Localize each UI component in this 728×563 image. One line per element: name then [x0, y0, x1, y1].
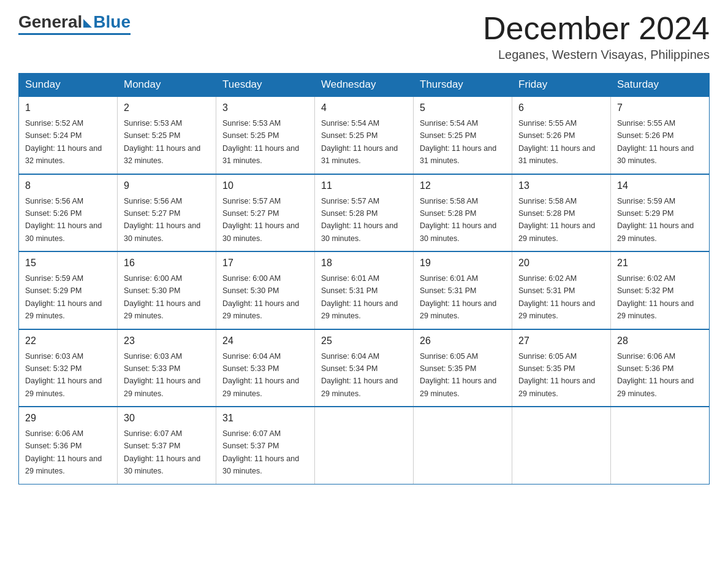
calendar-day-cell: 22 Sunrise: 6:03 AMSunset: 5:32 PMDaylig…	[19, 329, 118, 407]
day-info: Sunrise: 5:53 AMSunset: 5:25 PMDaylight:…	[222, 119, 299, 165]
day-number: 26	[420, 334, 506, 348]
calendar-table: SundayMondayTuesdayWednesdayThursdayFrid…	[18, 73, 710, 484]
calendar-day-cell: 23 Sunrise: 6:03 AMSunset: 5:33 PMDaylig…	[118, 329, 216, 407]
calendar-week-row: 29 Sunrise: 6:06 AMSunset: 5:36 PMDaylig…	[19, 407, 710, 484]
page-header: General Blue December 2024 Leganes, West…	[18, 12, 710, 62]
day-number: 17	[222, 256, 308, 270]
day-info: Sunrise: 5:55 AMSunset: 5:26 PMDaylight:…	[617, 119, 694, 165]
day-info: Sunrise: 6:03 AMSunset: 5:32 PMDaylight:…	[25, 352, 102, 398]
day-number: 19	[420, 256, 506, 270]
calendar-day-cell: 14 Sunrise: 5:59 AMSunset: 5:29 PMDaylig…	[611, 174, 710, 252]
calendar-day-cell: 8 Sunrise: 5:56 AMSunset: 5:26 PMDayligh…	[19, 174, 118, 252]
day-number: 20	[518, 256, 604, 270]
header-thursday: Thursday	[414, 74, 512, 97]
calendar-day-cell: 2 Sunrise: 5:53 AMSunset: 5:25 PMDayligh…	[118, 96, 216, 174]
day-info: Sunrise: 6:07 AMSunset: 5:37 PMDaylight:…	[124, 429, 200, 475]
day-info: Sunrise: 5:52 AMSunset: 5:24 PMDaylight:…	[25, 119, 102, 165]
day-info: Sunrise: 6:06 AMSunset: 5:36 PMDaylight:…	[617, 352, 694, 398]
day-number: 22	[25, 334, 111, 348]
day-number: 21	[617, 256, 703, 270]
location-text: Leganes, Western Visayas, Philippines	[483, 48, 710, 62]
day-info: Sunrise: 5:59 AMSunset: 5:29 PMDaylight:…	[617, 197, 694, 243]
calendar-header-row: SundayMondayTuesdayWednesdayThursdayFrid…	[19, 74, 710, 97]
day-number: 16	[124, 256, 210, 270]
day-number: 24	[222, 334, 308, 348]
day-number: 5	[420, 101, 506, 115]
day-number: 14	[617, 178, 703, 193]
day-number: 6	[518, 101, 604, 115]
day-info: Sunrise: 5:57 AMSunset: 5:27 PMDaylight:…	[222, 197, 299, 243]
day-info: Sunrise: 5:54 AMSunset: 5:25 PMDaylight:…	[420, 119, 496, 165]
calendar-day-cell	[512, 407, 611, 484]
day-info: Sunrise: 6:05 AMSunset: 5:35 PMDaylight:…	[518, 352, 595, 398]
day-info: Sunrise: 6:07 AMSunset: 5:37 PMDaylight:…	[222, 429, 299, 475]
day-number: 29	[25, 411, 111, 426]
calendar-week-row: 22 Sunrise: 6:03 AMSunset: 5:32 PMDaylig…	[19, 329, 710, 407]
day-info: Sunrise: 6:00 AMSunset: 5:30 PMDaylight:…	[124, 274, 200, 320]
day-info: Sunrise: 5:59 AMSunset: 5:29 PMDaylight:…	[25, 274, 102, 320]
calendar-day-cell: 19 Sunrise: 6:01 AMSunset: 5:31 PMDaylig…	[414, 251, 512, 329]
day-info: Sunrise: 5:58 AMSunset: 5:28 PMDaylight:…	[518, 197, 595, 243]
day-number: 4	[321, 101, 407, 115]
logo: General Blue	[18, 12, 131, 35]
day-number: 13	[518, 178, 604, 193]
day-info: Sunrise: 6:04 AMSunset: 5:34 PMDaylight:…	[321, 352, 398, 398]
day-info: Sunrise: 6:02 AMSunset: 5:31 PMDaylight:…	[518, 274, 595, 320]
calendar-day-cell	[414, 407, 512, 484]
header-saturday: Saturday	[611, 74, 710, 97]
logo-blue-text: Blue	[93, 12, 131, 32]
day-number: 1	[25, 101, 111, 115]
calendar-day-cell: 1 Sunrise: 5:52 AMSunset: 5:24 PMDayligh…	[19, 96, 118, 174]
calendar-day-cell: 3 Sunrise: 5:53 AMSunset: 5:25 PMDayligh…	[216, 96, 315, 174]
day-number: 10	[222, 178, 308, 193]
calendar-day-cell: 26 Sunrise: 6:05 AMSunset: 5:35 PMDaylig…	[414, 329, 512, 407]
calendar-week-row: 8 Sunrise: 5:56 AMSunset: 5:26 PMDayligh…	[19, 174, 710, 252]
day-number: 18	[321, 256, 407, 270]
calendar-day-cell: 5 Sunrise: 5:54 AMSunset: 5:25 PMDayligh…	[414, 96, 512, 174]
day-info: Sunrise: 6:04 AMSunset: 5:33 PMDaylight:…	[222, 352, 299, 398]
day-info: Sunrise: 5:56 AMSunset: 5:26 PMDaylight:…	[25, 197, 102, 243]
day-info: Sunrise: 6:06 AMSunset: 5:36 PMDaylight:…	[25, 429, 102, 475]
day-number: 23	[124, 334, 210, 348]
day-info: Sunrise: 5:58 AMSunset: 5:28 PMDaylight:…	[420, 197, 496, 243]
day-number: 25	[321, 334, 407, 348]
day-info: Sunrise: 5:56 AMSunset: 5:27 PMDaylight:…	[124, 197, 200, 243]
day-info: Sunrise: 5:53 AMSunset: 5:25 PMDaylight:…	[124, 119, 200, 165]
logo-general-text: General	[18, 12, 82, 32]
day-number: 3	[222, 101, 308, 115]
day-number: 15	[25, 256, 111, 270]
calendar-day-cell: 28 Sunrise: 6:06 AMSunset: 5:36 PMDaylig…	[611, 329, 710, 407]
day-info: Sunrise: 6:01 AMSunset: 5:31 PMDaylight:…	[321, 274, 398, 320]
header-friday: Friday	[512, 74, 611, 97]
calendar-week-row: 1 Sunrise: 5:52 AMSunset: 5:24 PMDayligh…	[19, 96, 710, 174]
header-tuesday: Tuesday	[216, 74, 315, 97]
calendar-day-cell: 7 Sunrise: 5:55 AMSunset: 5:26 PMDayligh…	[611, 96, 710, 174]
day-number: 2	[124, 101, 210, 115]
day-number: 11	[321, 178, 407, 193]
day-number: 28	[617, 334, 703, 348]
calendar-day-cell: 6 Sunrise: 5:55 AMSunset: 5:26 PMDayligh…	[512, 96, 611, 174]
calendar-day-cell: 16 Sunrise: 6:00 AMSunset: 5:30 PMDaylig…	[118, 251, 216, 329]
calendar-day-cell: 21 Sunrise: 6:02 AMSunset: 5:32 PMDaylig…	[611, 251, 710, 329]
day-number: 27	[518, 334, 604, 348]
calendar-day-cell: 25 Sunrise: 6:04 AMSunset: 5:34 PMDaylig…	[315, 329, 414, 407]
title-section: December 2024 Leganes, Western Visayas, …	[483, 12, 710, 62]
day-info: Sunrise: 6:05 AMSunset: 5:35 PMDaylight:…	[420, 352, 496, 398]
day-info: Sunrise: 5:55 AMSunset: 5:26 PMDaylight:…	[518, 119, 595, 165]
calendar-day-cell	[315, 407, 414, 484]
day-info: Sunrise: 5:54 AMSunset: 5:25 PMDaylight:…	[321, 119, 398, 165]
header-monday: Monday	[118, 74, 216, 97]
calendar-week-row: 15 Sunrise: 5:59 AMSunset: 5:29 PMDaylig…	[19, 251, 710, 329]
day-number: 7	[617, 101, 703, 115]
month-title: December 2024	[483, 12, 710, 44]
calendar-day-cell: 4 Sunrise: 5:54 AMSunset: 5:25 PMDayligh…	[315, 96, 414, 174]
calendar-day-cell: 17 Sunrise: 6:00 AMSunset: 5:30 PMDaylig…	[216, 251, 315, 329]
calendar-day-cell: 31 Sunrise: 6:07 AMSunset: 5:37 PMDaylig…	[216, 407, 315, 484]
calendar-day-cell: 12 Sunrise: 5:58 AMSunset: 5:28 PMDaylig…	[414, 174, 512, 252]
calendar-day-cell: 10 Sunrise: 5:57 AMSunset: 5:27 PMDaylig…	[216, 174, 315, 252]
header-sunday: Sunday	[19, 74, 118, 97]
calendar-day-cell: 20 Sunrise: 6:02 AMSunset: 5:31 PMDaylig…	[512, 251, 611, 329]
logo-arrow-icon	[83, 19, 92, 28]
day-info: Sunrise: 6:01 AMSunset: 5:31 PMDaylight:…	[420, 274, 496, 320]
calendar-day-cell: 18 Sunrise: 6:01 AMSunset: 5:31 PMDaylig…	[315, 251, 414, 329]
